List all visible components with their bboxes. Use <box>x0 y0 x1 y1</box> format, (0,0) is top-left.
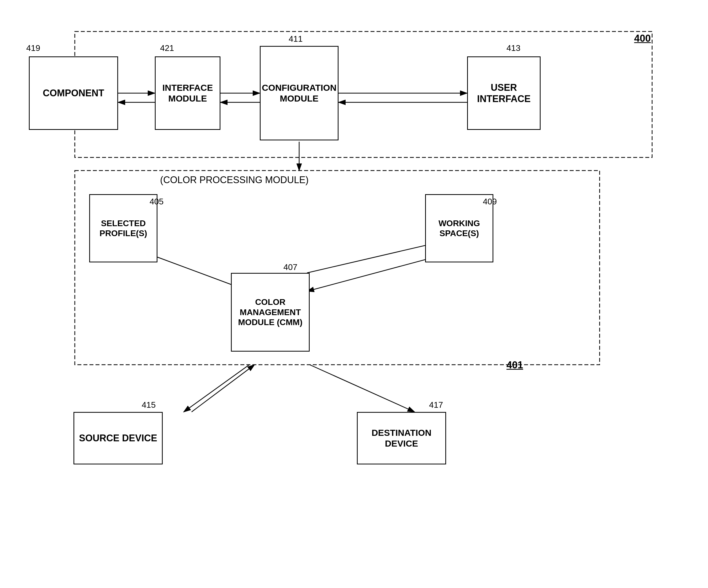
source-device-box: SOURCE DEVICE <box>73 412 163 464</box>
svg-line-15 <box>191 365 255 412</box>
user-interface-box: USERINTERFACE <box>467 56 540 130</box>
color-processing-label: (COLOR PROCESSING MODULE) <box>160 175 308 185</box>
color-management-box: COLORMANAGEMENTMODULE (CMM) <box>231 273 309 352</box>
working-spaces-ref: 409 <box>483 197 497 206</box>
destination-device-ref: 417 <box>429 400 443 410</box>
diagram-ref-400: 400 <box>634 33 651 44</box>
diagram: 400 COMPONENT 419 INTERFACEMODULE 421 CO… <box>21 16 682 580</box>
configuration-module-ref: 411 <box>289 34 302 44</box>
user-interface-ref: 413 <box>506 43 520 53</box>
svg-line-16 <box>309 365 415 412</box>
color-management-ref: 407 <box>284 262 297 272</box>
svg-line-14 <box>184 365 249 412</box>
component-ref: 419 <box>26 43 40 53</box>
configuration-module-box: CONFIGURATIONMODULE <box>260 46 338 140</box>
region-401-ref: 401 <box>506 359 523 371</box>
destination-device-box: DESTINATIONDEVICE <box>357 412 446 464</box>
interface-module-ref: 421 <box>160 43 174 53</box>
selected-profiles-box: SELECTEDPROFILE(S) <box>89 194 157 262</box>
interface-module-box: INTERFACEMODULE <box>155 56 220 130</box>
component-box: COMPONENT <box>29 56 118 130</box>
source-device-ref: 415 <box>142 400 156 410</box>
selected-profiles-ref: 405 <box>150 197 164 206</box>
